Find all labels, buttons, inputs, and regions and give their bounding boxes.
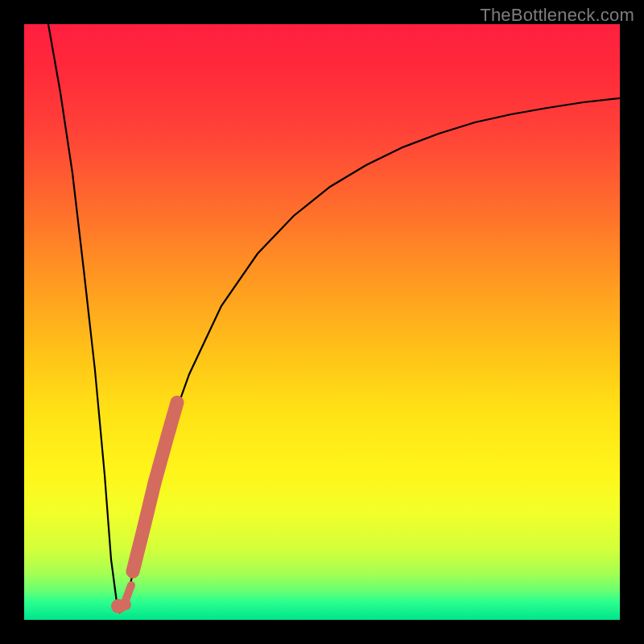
- chart-frame: TheBottleneck.com: [0, 0, 644, 644]
- min-marker: [111, 599, 131, 613]
- highlight-segment: [133, 402, 177, 572]
- curve-layer: [24, 24, 620, 620]
- bottleneck-curve: [48, 24, 620, 612]
- plot-area: [24, 24, 620, 620]
- watermark-text: TheBottleneck.com: [480, 5, 634, 26]
